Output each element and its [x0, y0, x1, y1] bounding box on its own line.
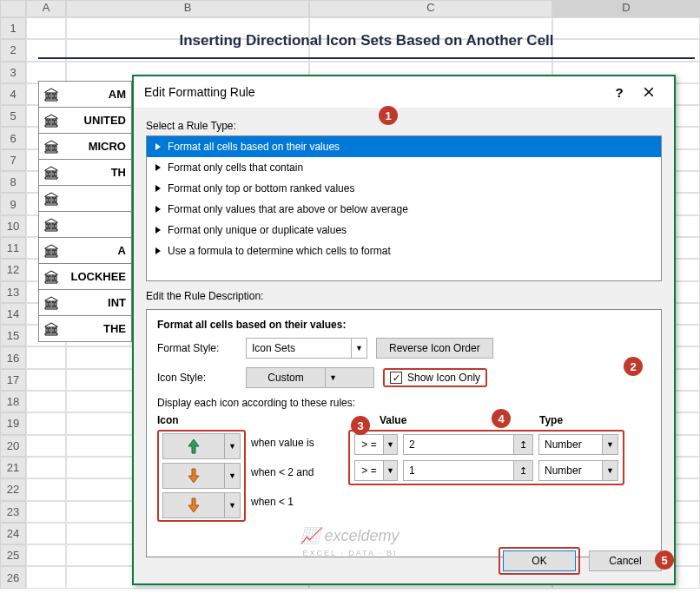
chevron-down-icon[interactable]: ▼ [351, 339, 367, 358]
chevron-down-icon[interactable]: ▼ [224, 493, 240, 517]
bank-icon [44, 322, 58, 336]
operator-combo-1[interactable]: > = ▼ [354, 434, 398, 455]
reverse-icon-order-button[interactable]: Reverse Icon Order [376, 338, 493, 359]
row-header[interactable]: 23 [0, 501, 26, 523]
close-icon[interactable] [634, 85, 664, 100]
type-combo-2[interactable]: Number ▼ [538, 460, 618, 481]
chevron-down-icon[interactable]: ▼ [224, 434, 240, 458]
ok-button[interactable]: OK [503, 550, 576, 571]
table-row[interactable] [38, 211, 132, 238]
row-header[interactable]: 1 [0, 17, 26, 39]
header-value: Value [380, 414, 539, 426]
rule-type-item[interactable]: Format only unique or duplicate values [147, 220, 661, 240]
table-row[interactable]: AM [38, 81, 132, 108]
table-row[interactable]: INT [38, 289, 132, 316]
row-header[interactable]: 25 [0, 544, 26, 566]
table-row[interactable]: LOCKHEE [38, 263, 132, 290]
table-row[interactable]: TH [38, 159, 132, 186]
table-row[interactable]: THE [38, 315, 132, 342]
icon-picker-1[interactable]: ▼ [162, 433, 241, 459]
row-header[interactable]: 24 [0, 523, 26, 544]
format-style-combo[interactable]: Icon Sets ▼ [246, 338, 367, 359]
table-row[interactable]: A [38, 237, 132, 264]
value-input-1[interactable]: 2 ↥ [403, 434, 533, 455]
rule-type-item[interactable]: Format only cells that contain [147, 157, 661, 178]
value-input-2[interactable]: 1 ↥ [403, 460, 533, 481]
row-header[interactable]: 7 [0, 149, 26, 171]
row-header[interactable]: 18 [0, 391, 26, 412]
range-picker-icon[interactable]: ↥ [513, 461, 532, 480]
type-value-2: Number [539, 461, 602, 480]
col-header-c[interactable]: C [309, 0, 552, 17]
value-type-highlight: > = ▼ 2 ↥ Number ▼ [348, 430, 624, 485]
arrow-up-icon [163, 438, 224, 455]
bank-icon [44, 192, 58, 206]
icon-rules-header: Icon Value Type [157, 414, 650, 426]
format-style-label: Format Style: [157, 342, 237, 354]
table-row[interactable] [38, 185, 132, 212]
chevron-down-icon[interactable]: ▼ [602, 461, 617, 480]
help-icon[interactable]: ? [604, 85, 634, 100]
callout-badge-3: 3 [351, 416, 370, 435]
type-value-1: Number [539, 435, 602, 454]
row-header[interactable]: 5 [0, 105, 26, 127]
rule-type-item[interactable]: Format all cells based on their values [147, 136, 661, 157]
row-header[interactable]: 11 [0, 237, 26, 259]
desc-heading: Format all cells based on their values: [157, 319, 650, 331]
col-header-b[interactable]: B [66, 0, 309, 17]
row-header[interactable]: 13 [0, 281, 26, 303]
chevron-down-icon[interactable]: ▼ [325, 368, 340, 387]
bank-icon [44, 218, 58, 232]
row-header[interactable]: 26 [0, 566, 26, 588]
table-row[interactable]: UNITED [38, 107, 132, 134]
row-header[interactable]: 16 [0, 346, 26, 368]
row-header[interactable]: 12 [0, 259, 26, 280]
type-combo-1[interactable]: Number ▼ [538, 434, 618, 455]
range-picker-icon[interactable]: ↥ [513, 435, 532, 454]
row-header[interactable]: 15 [0, 325, 26, 346]
row-header[interactable]: 21 [0, 457, 26, 478]
watermark: 📈 exceldemy EXCEL · DATA · BI [300, 526, 399, 558]
rule-type-list[interactable]: Format all cells based on their valuesFo… [146, 135, 662, 281]
row-header[interactable]: 3 [0, 62, 26, 83]
icon-style-combo[interactable]: Custom ▼ [246, 367, 374, 388]
row-header[interactable]: 6 [0, 127, 26, 148]
operator-value-1: > = [355, 435, 383, 454]
row-header[interactable]: 9 [0, 193, 26, 214]
condition-text-1: when value is [251, 430, 348, 456]
chevron-down-icon[interactable]: ▼ [224, 464, 240, 488]
row-header[interactable]: 19 [0, 412, 26, 434]
triangle-bullet-icon [155, 143, 161, 150]
row-header[interactable]: 2 [0, 39, 26, 61]
icon-picker-2[interactable]: ▼ [162, 463, 241, 489]
bank-icon [44, 166, 58, 180]
bank-icon [44, 114, 58, 128]
row-header[interactable]: 20 [0, 435, 26, 457]
rule-type-item[interactable]: Use a formula to determine which cells t… [147, 240, 661, 261]
row-header[interactable]: 10 [0, 215, 26, 237]
cancel-button[interactable]: Cancel [589, 550, 662, 571]
display-rules-label: Display each icon according to these rul… [157, 397, 650, 409]
row-header[interactable]: 22 [0, 478, 26, 500]
chevron-down-icon[interactable]: ▼ [383, 461, 397, 480]
triangle-bullet-icon [155, 206, 161, 213]
row-header[interactable]: 4 [0, 83, 26, 105]
rule-type-item[interactable]: Format only top or bottom ranked values [147, 178, 661, 199]
col-header-d[interactable]: D [552, 0, 700, 17]
chevron-down-icon[interactable]: ▼ [602, 435, 617, 454]
arrow-down-icon [163, 467, 224, 484]
condition-text-3: when < 1 [251, 489, 348, 515]
table-row[interactable]: MICRO [38, 133, 132, 160]
triangle-bullet-icon [155, 247, 161, 254]
show-icon-only-checkbox[interactable]: ✓ [390, 372, 402, 384]
row-header[interactable]: 17 [0, 369, 26, 391]
icon-picker-3[interactable]: ▼ [162, 492, 241, 518]
col-header-a[interactable]: A [26, 0, 66, 17]
dialog-titlebar[interactable]: Edit Formatting Rule ? [134, 76, 674, 108]
operator-combo-2[interactable]: > = ▼ [354, 460, 398, 481]
row-header[interactable]: 14 [0, 303, 26, 325]
arrow-down-icon [163, 497, 224, 514]
chevron-down-icon[interactable]: ▼ [383, 435, 397, 454]
rule-type-item[interactable]: Format only values that are above or bel… [147, 199, 661, 220]
row-header[interactable]: 8 [0, 171, 26, 193]
